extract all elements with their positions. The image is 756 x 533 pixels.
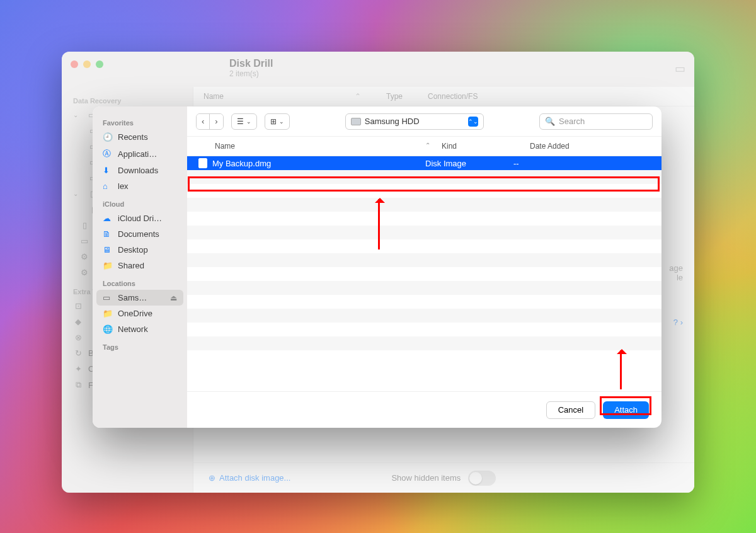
empty-row (187, 239, 662, 253)
sidebar-item-home[interactable]: ⌂lex (96, 178, 183, 194)
empty-row (187, 212, 662, 226)
file-row[interactable]: My Backup.dmg Disk Image -- (187, 156, 662, 170)
search-icon: 🔍 (545, 117, 555, 126)
list-icon: ☰ (237, 117, 244, 126)
sidebar-item-icloud-drive[interactable]: ☁iCloud Dri… (96, 210, 183, 226)
file-list[interactable]: My Backup.dmg Disk Image -- (187, 156, 662, 391)
col-header-date[interactable]: Date Added (530, 142, 650, 151)
eject-icon[interactable]: ⏏ (170, 294, 177, 302)
empty-row (187, 350, 662, 364)
section-icloud: iCloud (96, 194, 183, 210)
col-header-name[interactable]: Name (198, 142, 425, 151)
chevron-down-icon: ⌄ (279, 118, 284, 125)
sidebar-item-shared[interactable]: 📁Shared (96, 258, 183, 273)
download-icon: ⬇ (103, 166, 113, 175)
file-kind: Disk Image (425, 159, 513, 168)
forward-button[interactable]: › (209, 114, 222, 129)
section-tags: Tags (96, 337, 183, 353)
empty-row (187, 184, 662, 198)
search-placeholder: Search (559, 117, 585, 126)
empty-row (187, 226, 662, 239)
folder-icon: 📁 (103, 309, 113, 318)
cancel-button[interactable]: Cancel (546, 401, 595, 419)
home-icon: ⌂ (103, 181, 113, 191)
empty-row (187, 336, 662, 350)
group-view-button[interactable]: ⊞⌄ (265, 113, 290, 130)
location-popup[interactable]: Samsung HDD ⌃⌄ (345, 113, 484, 130)
dialog-toolbar: ‹ › ☰⌄ ⊞⌄ Samsung HDD ⌃⌄ 🔍 Search (187, 106, 662, 137)
shared-folder-icon: 📁 (103, 261, 113, 270)
file-list-header: Name ⌃ Kind Date Added (187, 137, 662, 156)
dialog-footer: Cancel Attach (187, 391, 662, 428)
sidebar-item-onedrive[interactable]: 📁OneDrive (96, 306, 183, 321)
sidebar-item-downloads[interactable]: ⬇Downloads (96, 163, 183, 178)
desktop-icon: 🖥 (103, 245, 113, 255)
nav-back-forward[interactable]: ‹ › (196, 113, 224, 130)
empty-row (187, 295, 662, 309)
sidebar-item-samsung-hdd[interactable]: ▭Sams…⏏ (96, 290, 183, 306)
cloud-icon: ☁ (103, 214, 113, 223)
empty-row (187, 198, 662, 212)
sidebar-item-network[interactable]: 🌐Network (96, 321, 183, 337)
sidebar-item-documents[interactable]: 🗎Documents (96, 226, 183, 242)
section-locations: Locations (96, 273, 183, 290)
search-field[interactable]: 🔍 Search (539, 113, 653, 130)
empty-row (187, 253, 662, 267)
list-view-button[interactable]: ☰⌄ (231, 113, 257, 130)
open-file-dialog: Favorites 🕘Recents ⒶApplicati… ⬇Download… (93, 106, 662, 428)
sidebar-item-desktop[interactable]: 🖥Desktop (96, 242, 183, 258)
location-name: Samsung HDD (365, 117, 420, 126)
dialog-main: ‹ › ☰⌄ ⊞⌄ Samsung HDD ⌃⌄ 🔍 Search Name ⌃… (187, 106, 662, 428)
back-button[interactable]: ‹ (197, 114, 209, 129)
external-drive-icon: ▭ (103, 293, 113, 302)
empty-row (187, 309, 662, 323)
dialog-sidebar: Favorites 🕘Recents ⒶApplicati… ⬇Download… (93, 106, 187, 428)
section-favorites: Favorites (96, 113, 183, 129)
apps-icon: Ⓐ (103, 148, 113, 159)
sidebar-item-recents[interactable]: 🕘Recents (96, 129, 183, 145)
file-name: My Backup.dmg (212, 159, 271, 168)
clock-icon: 🕘 (103, 132, 113, 142)
sidebar-item-applications[interactable]: ⒶApplicati… (96, 145, 183, 163)
popup-caret-icon: ⌃⌄ (468, 117, 478, 127)
document-icon: 🗎 (103, 229, 113, 239)
file-date: -- (513, 159, 519, 168)
dmg-file-icon (198, 158, 207, 168)
chevron-down-icon: ⌄ (246, 118, 251, 125)
empty-row (187, 170, 662, 184)
empty-row (187, 267, 662, 281)
globe-icon: 🌐 (103, 324, 113, 334)
attach-button[interactable]: Attach (603, 401, 649, 419)
empty-row (187, 281, 662, 295)
grid-icon: ⊞ (270, 117, 277, 126)
empty-row (187, 323, 662, 336)
drive-icon (351, 118, 361, 125)
col-header-kind[interactable]: Kind (442, 142, 530, 151)
sort-indicator-icon: ⌃ (425, 142, 430, 151)
